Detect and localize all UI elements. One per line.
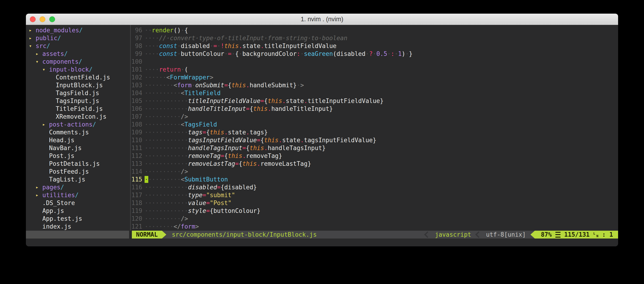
code-line-104[interactable]: 104··········<TitleField [131, 89, 618, 97]
code-token: render [152, 27, 174, 34]
statusline-filetype: javascript [435, 231, 471, 239]
tree-item-App.test.js[interactable]: App.test.js [26, 215, 130, 223]
disclosure-triangle-icon[interactable]: ▸ [42, 121, 49, 128]
code-token: } [264, 129, 268, 136]
code-line-107[interactable]: 107··········/> [131, 113, 618, 121]
code-token: < [181, 90, 184, 97]
tree-item-App.js[interactable]: App.js [26, 207, 130, 215]
code-token: ············ [144, 152, 188, 159]
tree-indent [49, 89, 56, 97]
code-token: · [181, 66, 184, 73]
tree-item-Head.js[interactable]: Head.js [26, 136, 130, 144]
code-line-101[interactable]: 101····return·( [131, 66, 618, 73]
code-line-114[interactable]: 114··········/> [131, 168, 618, 175]
code-token: } [278, 152, 282, 159]
tree-item-label: Post.js [49, 152, 74, 160]
tree-item-Comments.js[interactable]: Comments.js [26, 128, 130, 136]
tree-item-PostFeed.js[interactable]: PostFeed.js [26, 168, 130, 175]
code-line-117[interactable]: 117············type="submit" [131, 191, 618, 199]
tree-item-node_modules[interactable]: ▸node_modules/ [26, 26, 130, 34]
nerdtree-pane[interactable]: ▸node_modules/▸public/▾src/▸assets/▾comp… [26, 26, 130, 231]
code-token: this [268, 97, 282, 104]
code-text: ········</form> [144, 223, 199, 230]
code-line-108[interactable]: 108··········<TagsField [131, 121, 618, 128]
code-line-99[interactable]: 99····const·buttonColour·=·{·backgroundC… [131, 50, 618, 58]
tree-item-XRemoveIcon.js[interactable]: XRemoveIcon.js [26, 113, 130, 121]
code-line-102[interactable]: 102······<FormWrapper> [131, 73, 618, 81]
close-button[interactable] [30, 16, 36, 22]
dir-slash: / [92, 121, 96, 128]
code-token: · [224, 50, 228, 57]
line-number: 106 [131, 105, 142, 113]
tree-item-pages[interactable]: ▸pages/ [26, 183, 130, 191]
tree-item-TagsInput.js[interactable]: TagsInput.js [26, 97, 130, 105]
tree-indent [42, 160, 49, 168]
tree-item-TitleField.js[interactable]: TitleField.js [26, 105, 130, 113]
tree-item-utilities[interactable]: ▸utilities/ [26, 191, 130, 199]
code-token: type [188, 192, 203, 199]
disclosure-triangle-icon[interactable]: ▸ [36, 50, 42, 58]
code-token: { [250, 105, 253, 112]
disclosure-triangle-icon[interactable]: ▸ [29, 26, 36, 34]
code-line-118[interactable]: 118············value="Post" [131, 199, 618, 207]
code-line-105[interactable]: 105············titleInputFieldValue={thi… [131, 97, 618, 105]
code-line-119[interactable]: 119············style={buttonColour} [131, 207, 618, 215]
code-line-103[interactable]: 103········<form·onSubmit={this.handleSu… [131, 81, 618, 89]
code-token: this [224, 42, 239, 49]
code-line-97[interactable]: 97····//·convert·type·of·titleInput·from… [131, 34, 618, 42]
tree-item-PostDetails.js[interactable]: PostDetails.js [26, 160, 130, 168]
disclosure-triangle-icon[interactable]: ▾ [42, 66, 49, 73]
code-line-116[interactable]: 116············disabled={disabled} [131, 183, 618, 191]
tree-item-label: PostFeed.js [49, 168, 89, 175]
code-text: ······<FormWrapper> [144, 73, 213, 81]
tree-indent [42, 144, 49, 152]
tree-item-TagList.js[interactable]: TagList.js [26, 175, 130, 183]
tree-item-src[interactable]: ▾src/ [26, 42, 130, 50]
window-titlebar[interactable]: 1. nvim . (nvim) [26, 14, 618, 25]
code-text: ············style={buttonColour} [144, 207, 260, 215]
tree-item-public[interactable]: ▸public/ [26, 34, 130, 42]
code-line-110[interactable]: 110············tagsInputFieldValue={this… [131, 136, 618, 144]
maximize-button[interactable] [49, 16, 55, 22]
disclosure-triangle-icon[interactable]: ▸ [36, 183, 42, 191]
code-token: ·········· [144, 121, 181, 128]
code-line-100[interactable]: 100 [131, 58, 618, 66]
disclosure-triangle-icon[interactable]: ▾ [29, 42, 36, 50]
disclosure-triangle-icon[interactable]: ▸ [36, 191, 42, 199]
command-line[interactable] [26, 239, 618, 246]
code-token: const [159, 50, 177, 57]
code-line-109[interactable]: 109············tags={this.state.tags} [131, 128, 618, 136]
code-token: handleTagsInput [188, 144, 242, 151]
code-line-120[interactable]: 120··········/> [131, 215, 618, 223]
tree-item-index.js[interactable]: index.js [26, 223, 130, 230]
tree-item-assets[interactable]: ▸assets/ [26, 50, 130, 58]
code-line-111[interactable]: 111············handleTagsInput={this.han… [131, 144, 618, 152]
tree-item-post-actions[interactable]: ▸post-actions/ [26, 121, 130, 128]
code-token: { [228, 82, 232, 89]
code-token: < [181, 121, 184, 128]
tree-item-.DS_Store[interactable]: .DS_Store [26, 199, 130, 207]
tree-item-ContentField.js[interactable]: ContentField.js [26, 73, 130, 81]
editor-pane[interactable]: 96··render()·{97····//·convert·type·of·t… [131, 26, 618, 231]
code-token: · [239, 50, 242, 57]
code-token: ·········· [144, 90, 181, 97]
code-line-113[interactable]: 113············removeLastTag={this.remov… [131, 160, 618, 168]
disclosure-triangle-icon[interactable]: ▾ [36, 58, 42, 66]
code-line-112[interactable]: 112············removeTag={this.removeTag… [131, 152, 618, 160]
tree-item-Post.js[interactable]: Post.js [26, 152, 130, 160]
code-token: () [174, 27, 181, 34]
tree-item-TagsField.js[interactable]: TagsField.js [26, 89, 130, 97]
tree-item-InputBlock.js[interactable]: InputBlock.js [26, 81, 130, 89]
code-line-96[interactable]: 96··render()·{ [131, 26, 618, 34]
code-line-106[interactable]: 106············handleTitleInput={this.ha… [131, 105, 618, 113]
tree-indent [42, 128, 49, 136]
code-line-121[interactable]: 121········</form> [131, 223, 618, 230]
code-line-98[interactable]: 98····const·disabled·=·!this.state.title… [131, 42, 618, 50]
tree-item-NavBar.js[interactable]: NavBar.js [26, 144, 130, 152]
code-token: ·········· [144, 215, 181, 222]
minimize-button[interactable] [40, 16, 45, 22]
disclosure-triangle-icon[interactable]: ▸ [29, 34, 36, 42]
tree-item-components[interactable]: ▾components/ [26, 58, 130, 66]
tree-item-input-block[interactable]: ▾input-block/ [26, 66, 130, 73]
code-line-115[interactable]: 115··········<SubmitButton [131, 175, 618, 183]
